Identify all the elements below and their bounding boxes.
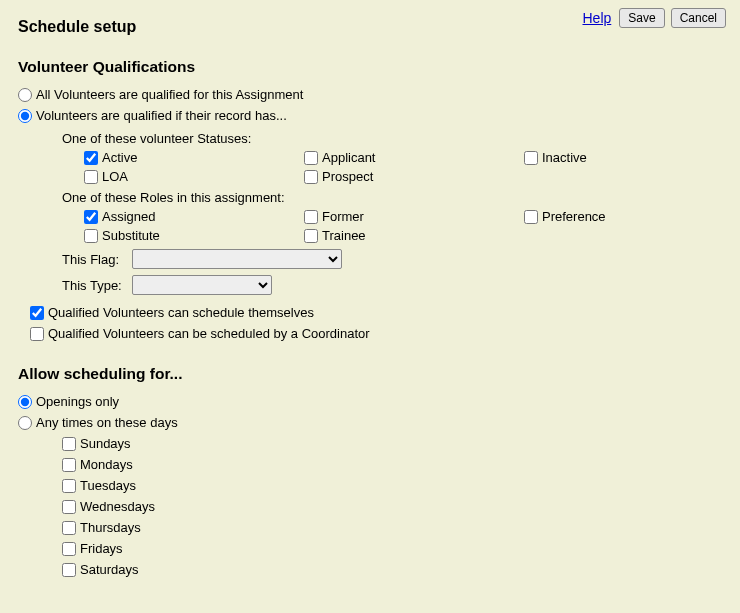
statuses-grid: Active Applicant Inactive LOA Prospect	[84, 150, 722, 184]
qual-if-label: Volunteers are qualified if their record…	[36, 107, 287, 125]
qual-all-radio[interactable]	[18, 88, 32, 102]
any-days-radio[interactable]	[18, 416, 32, 430]
role-substitute-label: Substitute	[102, 228, 160, 243]
day-mon-checkbox[interactable]	[62, 458, 76, 472]
status-loa-label: LOA	[102, 169, 128, 184]
status-loa-checkbox[interactable]	[84, 170, 98, 184]
day-sun-label: Sundays	[80, 435, 131, 453]
day-sat-label: Saturdays	[80, 561, 139, 579]
flag-label: This Flag:	[62, 252, 126, 267]
role-preference-checkbox[interactable]	[524, 210, 538, 224]
role-assigned-checkbox[interactable]	[84, 210, 98, 224]
status-applicant-label: Applicant	[322, 150, 375, 165]
role-substitute-checkbox[interactable]	[84, 229, 98, 243]
status-inactive-checkbox[interactable]	[524, 151, 538, 165]
days-list: Sundays Mondays Tuesdays Wednesdays Thur…	[18, 435, 722, 579]
status-active-label: Active	[102, 150, 137, 165]
day-wed-checkbox[interactable]	[62, 500, 76, 514]
type-select[interactable]	[132, 275, 272, 295]
day-sat-checkbox[interactable]	[62, 563, 76, 577]
day-tue-checkbox[interactable]	[62, 479, 76, 493]
self-schedule-checkbox[interactable]	[30, 306, 44, 320]
openings-only-label: Openings only	[36, 393, 119, 411]
role-assigned-label: Assigned	[102, 209, 155, 224]
day-sun-checkbox[interactable]	[62, 437, 76, 451]
allow-heading: Allow scheduling for...	[18, 365, 722, 383]
status-prospect-label: Prospect	[322, 169, 373, 184]
role-trainee-checkbox[interactable]	[304, 229, 318, 243]
help-link[interactable]: Help	[582, 10, 611, 26]
qual-all-label: All Volunteers are qualified for this As…	[36, 86, 303, 104]
self-schedule-label: Qualified Volunteers can schedule themse…	[48, 305, 314, 320]
qual-if-radio[interactable]	[18, 109, 32, 123]
roles-grid: Assigned Former Preference Substitute Tr…	[84, 209, 722, 243]
qualifications-heading: Volunteer Qualifications	[18, 58, 722, 76]
any-days-label: Any times on these days	[36, 414, 178, 432]
day-tue-label: Tuesdays	[80, 477, 136, 495]
statuses-heading: One of these volunteer Statuses:	[62, 131, 722, 146]
coordinator-schedule-label: Qualified Volunteers can be scheduled by…	[48, 326, 370, 341]
role-former-checkbox[interactable]	[304, 210, 318, 224]
status-applicant-checkbox[interactable]	[304, 151, 318, 165]
day-fri-checkbox[interactable]	[62, 542, 76, 556]
role-trainee-label: Trainee	[322, 228, 366, 243]
role-former-label: Former	[322, 209, 364, 224]
status-active-checkbox[interactable]	[84, 151, 98, 165]
save-button[interactable]: Save	[619, 8, 664, 28]
status-prospect-checkbox[interactable]	[304, 170, 318, 184]
flag-select[interactable]	[132, 249, 342, 269]
top-actions: Help Save Cancel	[582, 8, 726, 28]
openings-only-radio[interactable]	[18, 395, 32, 409]
day-thu-checkbox[interactable]	[62, 521, 76, 535]
day-mon-label: Mondays	[80, 456, 133, 474]
day-thu-label: Thursdays	[80, 519, 141, 537]
type-label: This Type:	[62, 278, 126, 293]
cancel-button[interactable]: Cancel	[671, 8, 726, 28]
day-wed-label: Wednesdays	[80, 498, 155, 516]
day-fri-label: Fridays	[80, 540, 123, 558]
roles-heading: One of these Roles in this assignment:	[62, 190, 722, 205]
status-inactive-label: Inactive	[542, 150, 587, 165]
role-preference-label: Preference	[542, 209, 606, 224]
coordinator-schedule-checkbox[interactable]	[30, 327, 44, 341]
